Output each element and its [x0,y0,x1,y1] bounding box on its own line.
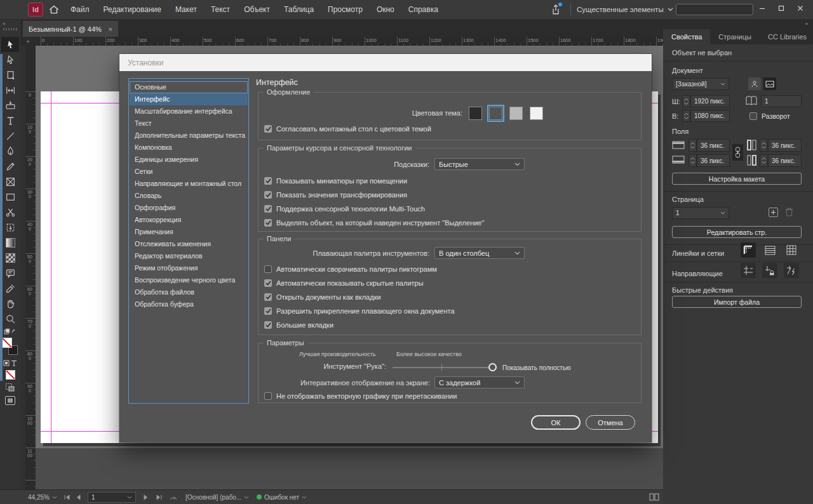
ok-button[interactable]: ОК [531,415,581,430]
checkbox[interactable] [264,321,272,329]
screen-mode-button[interactable] [1,394,19,408]
tool-free-transform[interactable] [1,220,19,235]
checkbox[interactable] [264,177,272,185]
tool-content-collector[interactable] [1,98,19,113]
margin-bottom-stepper[interactable] [689,154,697,167]
tool-gap[interactable] [1,83,19,98]
preflight-gauge-icon[interactable] [169,490,178,504]
live-screen-dropdown[interactable]: С задержкой [434,376,525,388]
hand-tool-slider-track[interactable] [393,367,493,368]
hand-tool-slider-handle[interactable] [488,363,497,371]
sidebar-item-7[interactable]: Единицы измерения [130,154,248,166]
page-select-dropdown[interactable]: 1 [672,207,729,219]
checkbox[interactable] [264,125,272,133]
delete-page-icon[interactable] [785,207,793,217]
tab-close-icon[interactable]: × [109,25,112,33]
margin-bottom-value[interactable]: 36 пикс. [697,154,730,167]
sidebar-item-6[interactable]: Компоновка [130,142,248,154]
vertical-ruler[interactable]: 010020030040050060070080090010001100 [25,46,36,489]
toolbar-collapse-icon[interactable]: » [3,21,6,27]
link-margins-icon[interactable] [732,144,743,161]
menu-item-макет[interactable]: Макет [168,0,204,19]
width-value[interactable]: 1920 пикс. [690,95,730,107]
sidebar-item-10[interactable]: Словарь [130,190,248,202]
tooltips-dropdown[interactable]: Быстрые [434,158,525,170]
tool-eyedropper[interactable] [1,281,19,296]
last-page-button[interactable] [156,490,163,504]
apply-none-swatch[interactable] [1,368,19,381]
height-stepper[interactable] [682,110,690,122]
minimize-button[interactable] [753,0,771,17]
checkbox-row[interactable]: Автоматически показывать скрытые палитры [264,279,424,288]
tool-frame[interactable] [1,174,19,189]
floating-palette-dropdown[interactable]: В один столбец [434,247,525,259]
indesign-logo-icon[interactable]: Id [28,3,43,17]
maximize-button[interactable] [772,0,790,17]
checkbox-row[interactable]: Не отображать векторную графику при пере… [264,392,457,401]
import-file-button[interactable]: Импорт файла [672,296,802,308]
menu-item-справка[interactable]: Справка [401,0,445,19]
dialog-title-bar[interactable]: Установки [119,54,652,71]
checkbox[interactable] [749,112,757,120]
fill-stroke-indicator[interactable] [2,338,18,355]
margin-left-value[interactable]: 36 пикс. [768,139,802,152]
sidebar-item-14[interactable]: Отслеживать изменения [130,238,248,250]
margin-right-value[interactable]: 36 пикс. [768,154,802,167]
checkbox[interactable] [264,265,272,273]
cancel-button[interactable]: Отмена [586,415,635,430]
document-grid-button[interactable] [784,242,799,258]
checkbox-row[interactable]: Показать значения трансформирования [264,190,407,199]
sidebar-item-9[interactable]: Направляющие и монтажный стол [130,178,248,190]
tool-zoom[interactable] [1,311,19,326]
sidebar-item-15[interactable]: Редактор материалов [130,250,248,262]
checkbox[interactable] [264,307,272,315]
pages-count-field[interactable]: 1 [761,95,802,107]
cell-styles-icon[interactable] [1,381,19,394]
color-theme-swatch-2[interactable] [489,107,502,120]
tool-scissors[interactable] [1,204,19,220]
checkbox-row[interactable]: Автоматически сворачивать палитры пиктог… [264,265,437,274]
checkbox-row[interactable]: Разрешить прикрепление плавающего окна д… [264,307,455,315]
margin-left-stepper[interactable] [760,139,768,152]
horizontal-ruler[interactable]: 0100200300400500600700800900100011001200… [36,37,663,46]
checkbox[interactable] [264,205,272,213]
lock-guides-button[interactable] [762,263,777,278]
dock-collapse-icon[interactable]: » [805,21,808,27]
menu-item-текст[interactable]: Текст [204,0,237,19]
add-page-button[interactable] [769,208,778,217]
sidebar-item-16[interactable]: Режим отображения [130,262,248,274]
checkbox-row[interactable]: Выделять объект, на который наведен инст… [264,218,484,227]
prev-page-button[interactable] [76,490,81,504]
page-number-field[interactable]: 1 [88,492,136,503]
tool-selection[interactable] [1,37,19,52]
edit-page-button[interactable]: Редактировать стр. [672,226,802,238]
home-icon[interactable] [48,4,60,15]
checkbox[interactable] [264,279,272,287]
menu-item-окно[interactable]: Окно [370,0,401,19]
close-window-button[interactable] [791,0,809,17]
tab-cc-libraries[interactable]: CC Libraries [760,29,813,44]
tool-line[interactable] [1,128,19,143]
sidebar-item-2[interactable]: Интерфейс [130,93,248,105]
sidebar-item-1[interactable]: Основные [130,81,248,93]
swap-fill-stroke-icon[interactable] [1,326,19,335]
portrait-orientation-button[interactable] [748,77,761,90]
sidebar-item-8[interactable]: Сетки [130,166,248,178]
checkbox[interactable] [264,293,272,301]
document-tab[interactable]: Безымянный-1 @ 44% × [23,21,118,37]
tool-rectangle[interactable] [1,189,19,204]
sidebar-item-19[interactable]: Обработка буфера [130,298,248,310]
checkbox-row[interactable]: Открыть документы как вкладки [264,293,381,302]
show-guides-button[interactable] [741,263,756,278]
menu-item-просмотр[interactable]: Просмотр [321,0,370,19]
sidebar-item-13[interactable]: Примечания [130,226,248,238]
height-value[interactable]: 1080 пикс. [690,110,730,122]
sidebar-item-3[interactable]: Масштабирование интерфейса [130,105,248,117]
preset-dropdown[interactable]: [Заказной] [672,78,729,90]
tab-страницы[interactable]: Страницы [710,29,760,44]
tool-page[interactable] [1,67,19,83]
checkbox-row[interactable]: Большие вкладки [264,321,333,329]
search-input[interactable] [676,4,753,15]
tool-direct-selection[interactable] [1,52,19,67]
next-page-button[interactable] [144,490,149,504]
